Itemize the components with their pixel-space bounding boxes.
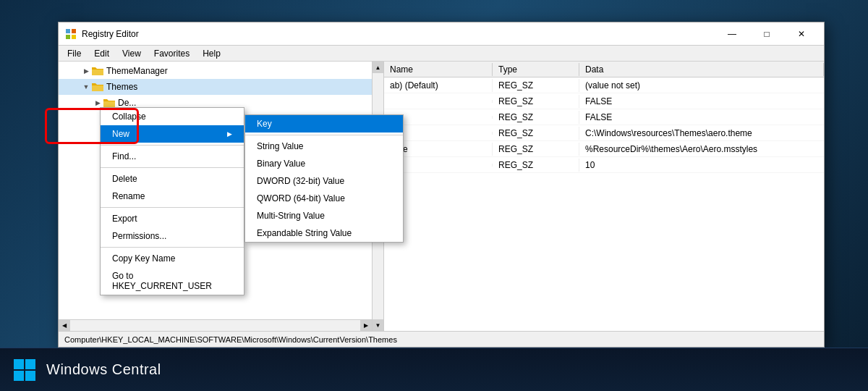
submenu-binary-value[interactable]: Binary Value: [245, 155, 403, 172]
ctx-copy-key[interactable]: Copy Key Name: [101, 250, 244, 267]
window-controls: — □ ✕: [715, 22, 818, 46]
svg-rect-0: [66, 29, 70, 33]
cell-data-default: (value not set): [579, 79, 824, 92]
ctx-find[interactable]: Find...: [101, 148, 244, 165]
svg-rect-1: [72, 29, 76, 33]
reg-row-3[interactable]: REG_SZ C:\Windows\resources\Themes\aero.…: [384, 125, 824, 141]
expand-arrow: ▶: [82, 67, 90, 75]
title-bar: Registry Editor — □ ✕: [59, 22, 824, 46]
cell-data-1: FALSE: [579, 95, 824, 108]
expand-arrow-themes: ▼: [82, 83, 90, 91]
menu-help[interactable]: Help: [197, 47, 226, 60]
ctx-new-label: New: [112, 129, 129, 139]
menu-bar: File Edit View Favorites Help: [59, 46, 824, 62]
ctx-goto-hkcu[interactable]: Go to HKEY_CURRENT_USER: [101, 267, 244, 295]
ctx-delete[interactable]: Delete: [101, 170, 244, 188]
tree-label-de: De...: [118, 98, 136, 108]
cell-type-2: REG_SZ: [493, 111, 579, 124]
col-header-name: Name: [384, 63, 493, 76]
folder-icon-themes: [92, 81, 103, 93]
ctx-separator-4: [101, 247, 244, 248]
reg-row-default[interactable]: ab) (Default) REG_SZ (value not set): [384, 77, 824, 93]
ctx-new[interactable]: New ▶: [101, 125, 244, 143]
ctx-permissions[interactable]: Permissions...: [101, 227, 244, 245]
cell-type-1: REG_SZ: [493, 95, 579, 108]
context-menu: Collapse New ▶ Find... Delete Rename Exp…: [100, 107, 244, 295]
ctx-rename[interactable]: Rename: [101, 188, 244, 205]
cell-type-style: REG_SZ: [493, 143, 579, 156]
ctx-export[interactable]: Export: [101, 210, 244, 227]
cell-data-style: %ResourceDir%\themes\Aero\Aero.msstyles: [579, 143, 824, 156]
ctx-separator-3: [101, 207, 244, 208]
window-title: Registry Editor: [82, 29, 715, 39]
svg-rect-5: [25, 359, 35, 369]
col-header-type: Type: [493, 63, 579, 76]
menu-view[interactable]: View: [116, 47, 147, 60]
right-panel: Name Type Data ab) (Default) REG_SZ (val…: [384, 62, 824, 331]
expand-arrow-de: ▶: [93, 98, 102, 107]
submenu-dword[interactable]: DWORD (32-bit) Value: [245, 172, 403, 190]
svg-rect-4: [14, 359, 24, 369]
submenu-qword[interactable]: QWORD (64-bit) Value: [245, 190, 403, 207]
cell-data-5: 10: [579, 159, 824, 172]
submenu-multi-string[interactable]: Multi-String Value: [245, 207, 403, 224]
cell-type-default: REG_SZ: [493, 79, 579, 92]
windows-logo: [12, 357, 38, 383]
cell-data-2: FALSE: [579, 111, 824, 124]
app-icon: [64, 28, 77, 41]
column-headers: Name Type Data: [384, 62, 824, 77]
cell-name-1: [384, 100, 493, 103]
svg-rect-7: [25, 371, 35, 381]
reg-row-style[interactable]: style REG_SZ %ResourceDir%\themes\Aero\A…: [384, 141, 824, 157]
tree-label-thememanager: ThemeManager: [106, 66, 168, 76]
tree-item-themes[interactable]: ▼ Themes: [59, 79, 383, 95]
tree-item-thememanager[interactable]: ▶ ThemeManager: [59, 63, 383, 79]
reg-row-1[interactable]: REG_SZ FALSE: [384, 93, 824, 109]
brand-text: Windows Central: [46, 361, 161, 378]
submenu-expandable[interactable]: Expandable String Value: [245, 224, 403, 242]
submenu-key[interactable]: Key: [245, 115, 403, 133]
maximize-button[interactable]: □: [750, 22, 783, 46]
submenu-sep-1: [245, 135, 403, 135]
col-header-data: Data: [579, 63, 824, 76]
submenu-new: Key String Value Binary Value DWORD (32-…: [244, 114, 404, 243]
close-button[interactable]: ✕: [785, 22, 818, 46]
ctx-separator-1: [101, 145, 244, 146]
folder-icon: [92, 65, 103, 77]
status-path: Computer\HKEY_LOCAL_MACHINE\SOFTWARE\Mic…: [64, 335, 397, 344]
submenu-arrow: ▶: [227, 130, 232, 138]
menu-edit[interactable]: Edit: [88, 47, 115, 60]
cell-name-default: ab) (Default): [384, 79, 493, 92]
taskbar: Windows Central: [0, 348, 868, 391]
submenu-string-value[interactable]: String Value: [245, 138, 403, 155]
reg-row-5[interactable]: REG_SZ 10: [384, 157, 824, 173]
cell-type-5: REG_SZ: [493, 159, 579, 172]
svg-rect-6: [14, 371, 24, 381]
cell-type-3: REG_SZ: [493, 127, 579, 140]
status-bar: Computer\HKEY_LOCAL_MACHINE\SOFTWARE\Mic…: [59, 331, 824, 347]
svg-rect-3: [72, 35, 76, 39]
ctx-collapse[interactable]: Collapse: [101, 108, 244, 125]
menu-favorites[interactable]: Favorites: [148, 47, 195, 60]
menu-file[interactable]: File: [61, 47, 87, 60]
ctx-separator-2: [101, 167, 244, 168]
svg-rect-2: [66, 35, 70, 39]
reg-row-2[interactable]: REG_SZ FALSE: [384, 109, 824, 125]
minimize-button[interactable]: —: [715, 22, 749, 46]
cell-data-3: C:\Windows\resources\Themes\aero.theme: [579, 127, 824, 140]
tree-label-themes: Themes: [106, 82, 137, 92]
